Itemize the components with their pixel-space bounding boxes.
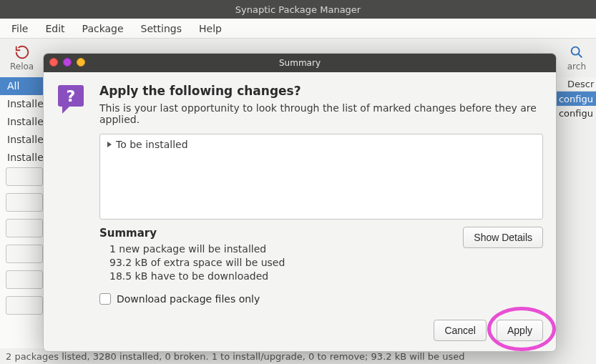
filter-button[interactable]: [6, 245, 43, 263]
filter-button[interactable]: [6, 270, 43, 289]
summary-line: 93.2 kB of extra space will be used: [109, 256, 285, 270]
apply-button-wrap: Apply: [497, 320, 543, 341]
search-button[interactable]: arch: [567, 44, 586, 72]
row-description: configu: [559, 94, 593, 104]
window-controls: [49, 58, 85, 67]
summary-block: Summary 1 new package will be installed …: [99, 227, 543, 283]
dialog-button-row: Cancel Apply: [434, 320, 543, 341]
filter-button[interactable]: [6, 296, 43, 315]
filter-category-buttons: [6, 167, 43, 315]
changes-group-to-be-installed[interactable]: To be installed: [106, 139, 537, 150]
summary-dialog: Summary ? Apply the following changes? T…: [43, 53, 557, 352]
expand-icon[interactable]: [106, 141, 113, 148]
summary-label: Summary: [99, 227, 285, 240]
summary-text: Summary 1 new package will be installed …: [99, 227, 285, 283]
column-description[interactable]: Descr: [565, 77, 596, 91]
menu-bar: File Edit Package Settings Help: [0, 19, 596, 39]
minimize-icon[interactable]: [63, 58, 72, 67]
row-description: configu: [559, 108, 593, 119]
dialog-body: ? Apply the following changes? This is y…: [44, 72, 556, 351]
menu-settings[interactable]: Settings: [134, 20, 189, 37]
filter-installed[interactable]: Installed: [0, 113, 45, 131]
changes-group-label: To be installed: [116, 139, 188, 150]
dialog-header: ? Apply the following changes? This is y…: [57, 84, 543, 125]
close-icon[interactable]: [49, 58, 58, 67]
svg-text:?: ?: [67, 87, 76, 105]
menu-edit[interactable]: Edit: [38, 20, 72, 37]
svg-point-0: [572, 47, 580, 55]
dialog-subheading: This is your last opportunity to look th…: [99, 102, 543, 125]
filter-installed[interactable]: Installed: [0, 95, 45, 113]
question-icon: ?: [57, 84, 88, 115]
filter-button[interactable]: [6, 167, 43, 186]
sidebar: All Installed Installed Installed Instal…: [0, 77, 46, 348]
reload-button[interactable]: Reloa: [10, 44, 34, 72]
filter-button[interactable]: [6, 219, 43, 237]
window-titlebar: Synaptic Package Manager: [0, 0, 596, 19]
menu-help[interactable]: Help: [192, 20, 229, 37]
status-text: 2 packages listed, 3280 installed, 0 bro…: [6, 351, 465, 362]
menu-package[interactable]: Package: [75, 20, 131, 37]
dialog-heading-block: Apply the following changes? This is you…: [99, 84, 543, 125]
filter-all[interactable]: All: [0, 77, 45, 95]
apply-button[interactable]: Apply: [497, 320, 543, 341]
menu-file[interactable]: File: [4, 20, 35, 37]
filter-installed[interactable]: Installed: [0, 149, 45, 167]
reload-label: Reloa: [10, 62, 34, 72]
download-only-checkbox[interactable]: [99, 293, 111, 305]
download-only-option[interactable]: Download package files only: [99, 293, 543, 305]
search-label: arch: [567, 62, 586, 72]
summary-line: 1 new package will be installed: [109, 242, 285, 256]
maximize-icon[interactable]: [77, 58, 85, 67]
dialog-titlebar: Summary: [44, 54, 556, 72]
filter-list: All Installed Installed Installed Instal…: [0, 77, 45, 167]
cancel-button[interactable]: Cancel: [434, 320, 487, 341]
download-only-label: Download package files only: [117, 293, 260, 305]
dialog-title: Summary: [279, 58, 321, 68]
summary-line: 18.5 kB have to be downloaded: [109, 270, 285, 283]
reload-icon: [14, 44, 30, 60]
filter-installed[interactable]: Installed: [0, 131, 45, 149]
window-title: Synaptic Package Manager: [235, 4, 361, 15]
search-icon: [569, 44, 585, 60]
filter-button[interactable]: [6, 193, 43, 212]
changes-list[interactable]: To be installed: [99, 134, 543, 220]
show-details-button[interactable]: Show Details: [463, 227, 543, 248]
dialog-heading: Apply the following changes?: [99, 84, 543, 98]
